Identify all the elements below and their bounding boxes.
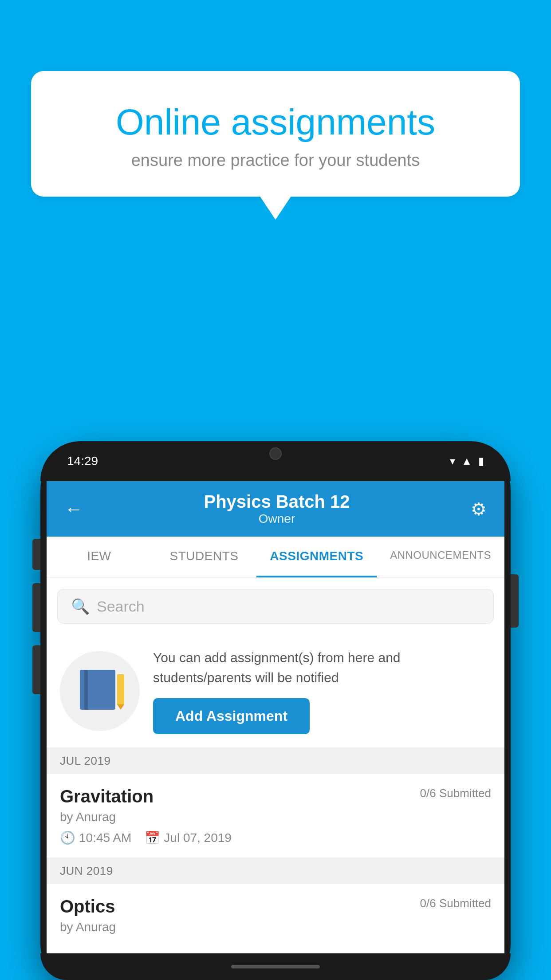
search-bar[interactable]: 🔍 Search: [57, 589, 494, 624]
tab-announcements[interactable]: ANNOUNCEMENTS: [377, 537, 504, 577]
search-placeholder: Search: [97, 598, 145, 615]
add-assignment-promo: You can add assignment(s) from here and …: [47, 634, 504, 748]
phone-wrapper: 14:29 ▾ ▲ ▮ ← Physics Batch 12 Owner ⚙: [40, 441, 511, 980]
section-header-jul: JUL 2019: [47, 748, 504, 774]
pencil-icon: [117, 674, 124, 705]
batch-title: Physics Batch 12: [83, 492, 471, 512]
phone-notch: [231, 441, 320, 466]
power-button: [511, 574, 519, 628]
assignment-item-top: Gravitation 0/6 Submitted: [60, 786, 491, 806]
assignment-date-gravitation: 📅 Jul 07, 2019: [145, 830, 232, 845]
clock-icon: 🕙: [60, 830, 75, 845]
phone-frame: 14:29 ▾ ▲ ▮ ← Physics Batch 12 Owner ⚙: [40, 441, 511, 980]
signal-icon: ▲: [461, 455, 472, 467]
settings-button[interactable]: ⚙: [471, 499, 487, 519]
calendar-icon: 📅: [145, 830, 160, 845]
status-icons: ▾ ▲ ▮: [450, 455, 484, 467]
assignment-item-optics[interactable]: Optics 0/6 Submitted by Anurag: [47, 884, 504, 953]
assignment-meta-gravitation: 🕙 10:45 AM 📅 Jul 07, 2019: [60, 830, 491, 845]
assignment-time-gravitation: 🕙 10:45 AM: [60, 830, 131, 845]
assignment-by-optics: by Anurag: [60, 920, 491, 934]
assignment-item-top-optics: Optics 0/6 Submitted: [60, 897, 491, 917]
volume-up-button: [32, 583, 40, 632]
tab-assignments[interactable]: ASSIGNMENTS: [256, 537, 377, 577]
assignment-icon-circle: [60, 651, 140, 731]
speech-bubble: Online assignments ensure more practice …: [31, 71, 520, 197]
back-button[interactable]: ←: [64, 498, 83, 520]
speech-bubble-wrapper: Online assignments ensure more practice …: [31, 71, 520, 197]
assignment-submitted-optics: 0/6 Submitted: [420, 897, 491, 910]
search-icon: 🔍: [71, 597, 90, 615]
app-header: ← Physics Batch 12 Owner ⚙: [47, 481, 504, 537]
phone-screen: ← Physics Batch 12 Owner ⚙ IEW STUDENTS …: [47, 481, 504, 953]
notebook-icon: [80, 670, 115, 710]
wifi-icon: ▾: [450, 455, 455, 467]
battery-icon: ▮: [478, 455, 484, 467]
phone-bottom-bar: [40, 953, 511, 980]
tab-iew[interactable]: IEW: [47, 537, 152, 577]
status-bar: 14:29 ▾ ▲ ▮: [40, 441, 511, 481]
volume-down-button: [32, 645, 40, 694]
add-assignment-text: You can add assignment(s) from here and …: [153, 648, 491, 734]
tabs-bar: IEW STUDENTS ASSIGNMENTS ANNOUNCEMENTS: [47, 537, 504, 578]
assignment-item-gravitation[interactable]: Gravitation 0/6 Submitted by Anurag 🕙 10…: [47, 774, 504, 858]
home-indicator: [231, 965, 320, 968]
speech-bubble-subtitle: ensure more practice for your students: [67, 151, 484, 170]
assignment-name-optics: Optics: [60, 897, 115, 917]
assignment-name-gravitation: Gravitation: [60, 786, 153, 806]
phone-camera: [269, 447, 282, 460]
speech-bubble-title: Online assignments: [67, 102, 484, 142]
status-time: 14:29: [67, 454, 98, 468]
silent-button: [32, 539, 40, 570]
section-header-jun: JUN 2019: [47, 858, 504, 884]
header-center: Physics Batch 12 Owner: [83, 492, 471, 526]
search-container: 🔍 Search: [47, 578, 504, 634]
assignment-submitted-gravitation: 0/6 Submitted: [420, 786, 491, 800]
add-assignment-button[interactable]: Add Assignment: [153, 698, 310, 734]
add-assignment-description: You can add assignment(s) from here and …: [153, 648, 491, 688]
batch-subtitle: Owner: [83, 512, 471, 526]
assignment-by-gravitation: by Anurag: [60, 810, 491, 824]
tab-students[interactable]: STUDENTS: [152, 537, 257, 577]
